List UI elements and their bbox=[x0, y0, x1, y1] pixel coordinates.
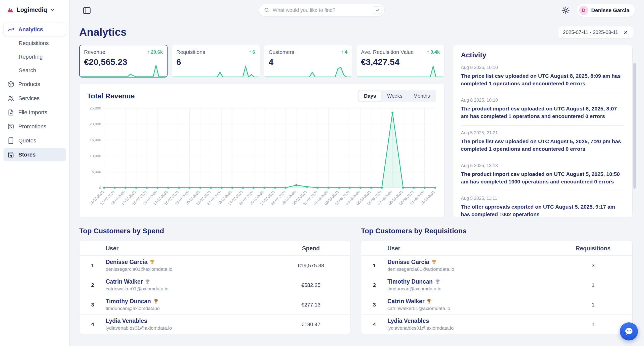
table-row[interactable]: 1 Denisse Garcia denissegarcia01@axiomda… bbox=[361, 256, 632, 275]
activity-item: Aug 5 2025, 11:11 The offer approvals ex… bbox=[461, 191, 625, 218]
activity-text: The price list csv uploaded on UTC Augus… bbox=[461, 138, 625, 153]
user-cell: Lydia Venables lydiavenables01@axiomdata… bbox=[387, 315, 554, 334]
activity-timestamp: Aug 5 2025, 11:11 bbox=[461, 196, 625, 201]
svg-text:25,000: 25,000 bbox=[90, 106, 101, 110]
rank-cell: 1 bbox=[79, 256, 106, 275]
value-cell: €130.47 bbox=[272, 315, 350, 334]
value-cell: €19,575.38 bbox=[272, 256, 350, 275]
avatar: D bbox=[579, 6, 588, 15]
activity-item: Aug 5 2025, 13:13 The product import csv… bbox=[461, 158, 625, 191]
kpi-sparkline bbox=[356, 63, 445, 78]
rank-cell: 2 bbox=[361, 275, 387, 295]
activity-timestamp: Aug 5 2025, 13:13 bbox=[461, 163, 625, 168]
products-icon bbox=[7, 81, 14, 88]
customers-table: User Spend 1 Denisse Garcia denissegarci… bbox=[79, 241, 350, 334]
close-icon[interactable] bbox=[623, 30, 628, 35]
chart-tab-days[interactable]: Days bbox=[359, 91, 381, 101]
collapse-sidebar-icon bbox=[82, 6, 91, 15]
user-name-line: Timothy Duncan bbox=[106, 298, 272, 305]
table-row[interactable]: 4 Lydia Venables lydiavenables01@axiomda… bbox=[361, 315, 632, 334]
analytics-icon bbox=[7, 26, 14, 33]
sidebar-item-analytics[interactable]: Analytics bbox=[4, 23, 66, 36]
sidebar-collapse-button[interactable] bbox=[82, 6, 91, 15]
sidebar-item-stores[interactable]: Stores bbox=[4, 148, 66, 161]
customer-email: timduncan@axiomdata.io bbox=[387, 286, 554, 292]
value-cell: €582.25 bbox=[272, 275, 350, 295]
kpi-sparkline bbox=[172, 63, 260, 78]
sidebar-subitem-requisitions[interactable]: Requisitions bbox=[4, 37, 66, 50]
sidebar-subitem-reporting[interactable]: Reporting bbox=[4, 50, 66, 63]
search-input[interactable] bbox=[270, 7, 373, 13]
sidebar-item-file-imports[interactable]: File Imports bbox=[4, 106, 66, 119]
customer-name: Timothy Duncan bbox=[387, 278, 433, 285]
date-range-filter[interactable]: 2025-07-11 - 2025-08-11 bbox=[558, 26, 633, 38]
kpi-card-ave-requisition-value[interactable]: Ave. Requisition Value ↑3.4k €3,427.54 bbox=[356, 45, 445, 78]
sidebar-item-label: Analytics bbox=[18, 26, 43, 33]
kpi-delta: ↑6 bbox=[249, 49, 255, 55]
activity-item: Aug 8 2025, 10:10 The product import csv… bbox=[461, 93, 625, 125]
stores-icon bbox=[7, 151, 14, 158]
gear-icon bbox=[561, 6, 570, 15]
arrow-up-icon: ↑ bbox=[147, 49, 150, 55]
svg-text:0: 0 bbox=[99, 185, 101, 190]
kpi-card-customers[interactable]: Customers ↑4 4 bbox=[264, 45, 352, 78]
chart-tab-weeks[interactable]: Weeks bbox=[382, 91, 408, 101]
user-name: Denisse Garcia bbox=[591, 7, 629, 13]
table-row[interactable]: 3 Timothy Duncan timduncan@axiomdata.io … bbox=[79, 295, 350, 315]
chart-title: Total Revenue bbox=[87, 92, 135, 100]
sidebar-item-label: Stores bbox=[18, 151, 35, 158]
table-row[interactable]: 4 Lydia Venables lydiavenables01@axiomda… bbox=[79, 315, 350, 334]
chart-tab-months[interactable]: Months bbox=[408, 91, 435, 101]
svg-text:5,000: 5,000 bbox=[92, 170, 101, 174]
page-scrollbar-thumb[interactable] bbox=[633, 63, 636, 189]
user-menu[interactable]: D Denisse Garcia bbox=[577, 4, 635, 17]
sidebar-item-promotions[interactable]: Promotions bbox=[4, 120, 66, 133]
value-cell: 1 bbox=[554, 295, 632, 315]
sidebar-subitem-search[interactable]: Search bbox=[4, 64, 66, 77]
gold-trophy-icon bbox=[150, 259, 155, 265]
section-top-customers-by-spend: Top Customers by Spend User Spend 1 Deni… bbox=[79, 227, 350, 334]
table-row[interactable]: 1 Denisse Garcia denissegarcia01@axiomda… bbox=[79, 256, 350, 275]
kpi-card-requisitions[interactable]: Requisitions ↑6 6 bbox=[172, 45, 260, 78]
sidebar-item-services[interactable]: Services bbox=[4, 92, 66, 105]
settings-button[interactable] bbox=[561, 6, 570, 15]
search-bar[interactable] bbox=[259, 4, 385, 16]
chevron-down-icon[interactable] bbox=[50, 7, 55, 13]
rank-cell: 4 bbox=[361, 315, 387, 334]
activity-list: Aug 8 2025, 10:10 The price list csv upl… bbox=[461, 60, 625, 217]
table-row[interactable]: 3 Catrin Walker catrinwalker01@axiomdata… bbox=[361, 295, 632, 315]
kpi-top-row: Customers ↑4 bbox=[269, 49, 347, 55]
kpi-top-row: Requisitions ↑6 bbox=[176, 49, 255, 55]
kpi-top-row: Ave. Requisition Value ↑3.4k bbox=[361, 49, 440, 55]
top-grid: Revenue ↑20.6k €20,565.23 Requisitions ↑… bbox=[79, 45, 633, 217]
page-title: Analytics bbox=[79, 26, 127, 38]
search-icon bbox=[264, 7, 270, 13]
activity-text: The product import csv uploaded on UTC A… bbox=[461, 170, 625, 186]
arrow-up-icon: ↑ bbox=[341, 49, 344, 55]
sidebar-item-label: Quotes bbox=[18, 137, 36, 144]
table-row[interactable]: 2 Catrin Walker catrinwalker01@axiomdata… bbox=[79, 275, 350, 295]
chat-widget-button[interactable] bbox=[620, 322, 638, 340]
chart-granularity-tabs: DaysWeeksMonths bbox=[358, 90, 436, 102]
silver-trophy-icon bbox=[435, 279, 440, 284]
brand[interactable]: Logimediq bbox=[0, 0, 69, 16]
activity-panel: Activity Aug 8 2025, 10:10 The price lis… bbox=[453, 45, 633, 217]
rank-cell: 3 bbox=[79, 295, 106, 315]
customer-name: Denisse Garcia bbox=[106, 259, 147, 265]
brand-name: Logimediq bbox=[17, 6, 47, 13]
sidebar-item-products[interactable]: Products bbox=[4, 78, 66, 91]
table-row[interactable]: 2 Timothy Duncan timduncan@axiomdata.io … bbox=[361, 275, 632, 295]
sidebar-item-label: Services bbox=[18, 95, 39, 102]
user-cell: Timothy Duncan timduncan@axiomdata.io bbox=[106, 295, 272, 315]
kpi-card-revenue[interactable]: Revenue ↑20.6k €20,565.23 bbox=[79, 45, 168, 78]
sidebar-item-quotes[interactable]: Quotes bbox=[4, 134, 66, 147]
gold-trophy-icon bbox=[431, 259, 437, 265]
kpi-delta-value: 6 bbox=[252, 49, 255, 55]
user-name-line: Catrin Walker bbox=[387, 298, 554, 305]
kpi-row: Revenue ↑20.6k €20,565.23 Requisitions ↑… bbox=[79, 45, 445, 78]
kpi-top-row: Revenue ↑20.6k bbox=[84, 49, 163, 55]
kpi-sparkline bbox=[264, 63, 352, 78]
rank-cell: 3 bbox=[361, 295, 387, 315]
user-column-header: User bbox=[387, 241, 554, 256]
table-card: User Requisitions 1 Denisse Garcia denis… bbox=[361, 241, 633, 334]
